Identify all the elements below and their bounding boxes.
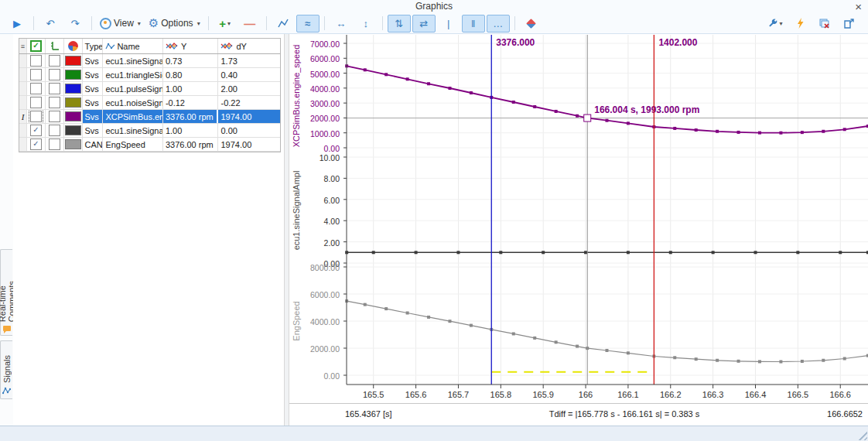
signal-color-swatch[interactable] — [65, 97, 81, 108]
signal-color-swatch[interactable] — [65, 84, 81, 94]
signal-icon — [2, 387, 11, 395]
line-display-button[interactable] — [272, 15, 295, 32]
export-button[interactable] — [838, 15, 861, 32]
column-header-name[interactable]: Name — [103, 39, 163, 53]
close-icon[interactable]: × — [855, 0, 862, 13]
own-axis-checkbox[interactable] — [49, 83, 60, 94]
own-axis-checkbox[interactable] — [49, 69, 60, 80]
signal-dy-value-cell: 2.00 — [218, 82, 280, 95]
measure-y-icon: ⇅ — [395, 18, 403, 29]
show-signal-checkbox[interactable] — [30, 83, 42, 94]
undo-button[interactable]: ↶ — [39, 15, 62, 32]
data-point-marker — [584, 251, 587, 254]
measure-x-button[interactable]: ⇄ — [412, 15, 436, 32]
signal-color-swatch[interactable] — [65, 139, 81, 149]
column-header-dy[interactable]: dY — [218, 39, 280, 53]
show-signal-checkbox[interactable] — [30, 97, 42, 108]
chevron-down-icon: ▾ — [779, 20, 782, 27]
menu-icon[interactable]: ≡ — [19, 39, 27, 53]
signal-y-value-cell: 1.00 — [163, 82, 219, 95]
options-menu-button[interactable]: ⚙ Options ▾ — [145, 15, 203, 32]
fit-y-button[interactable]: ↕ — [354, 15, 378, 32]
tab-realtime-comments[interactable]: Real-time Comments — [0, 249, 12, 336]
clear-button[interactable] — [813, 15, 836, 32]
own-axis-checkbox[interactable] — [49, 55, 60, 67]
redo-icon: ↷ — [71, 18, 80, 29]
signal-color-swatch[interactable] — [65, 56, 81, 66]
column-header-y[interactable]: Y — [163, 39, 219, 53]
data-point-marker — [364, 303, 367, 306]
signal-type-cell: Svs — [83, 110, 104, 123]
data-point-marker — [695, 128, 698, 132]
panel-splitter[interactable] — [284, 34, 289, 426]
data-point-marker — [716, 130, 719, 133]
eye-icon — [100, 18, 111, 29]
data-point-marker — [843, 128, 846, 131]
more-measure-button[interactable]: … — [487, 15, 510, 32]
show-all-checkbox[interactable]: ✓ — [30, 40, 42, 52]
double-cursor-button[interactable]: ‖ — [462, 15, 485, 32]
signal-row[interactable]: Svsecu1.noiseSignal-0.12-0.22 — [19, 96, 280, 110]
signal-name-cell: ecu1.sineSignalAmpl — [103, 124, 163, 137]
resize-grip[interactable] — [856, 429, 867, 440]
y-axis-title-ecu1.sineSignalAmpl: ecu1.sineSignalAmpl — [292, 170, 301, 250]
own-axis-checkbox[interactable] — [49, 97, 60, 108]
y-tick-label: 8000.00 — [289, 263, 340, 272]
own-axis-checkbox[interactable] — [49, 125, 60, 136]
remove-signal-button[interactable]: — — [238, 15, 261, 32]
show-signal-checkbox[interactable]: ✓ — [30, 138, 42, 150]
toolbar-separator — [266, 16, 267, 30]
data-point-marker — [555, 340, 558, 344]
show-signal-cell — [27, 54, 46, 67]
show-signal-checkbox[interactable]: ✓ — [30, 125, 42, 136]
view-menu-button[interactable]: View ▾ — [97, 15, 144, 32]
y-tick-label: 10.00 — [289, 153, 340, 162]
data-point-marker — [499, 251, 502, 254]
signal-color-cell — [64, 54, 83, 67]
column-header-y-label: Y — [181, 39, 186, 53]
own-axis-cell — [46, 82, 64, 95]
own-axis-checkbox[interactable] — [49, 111, 60, 122]
add-signal-button[interactable]: + ▾ — [214, 15, 237, 32]
row-header-cell — [19, 82, 27, 95]
own-axis-cell — [46, 110, 64, 123]
signal-row[interactable]: ✓CAN 1EngSpeed3376.00 rpm1974.00 — [19, 138, 280, 152]
signal-row[interactable]: ✓Svsecu1.sineSignalAmpl1.000.00 — [19, 124, 280, 138]
fit-y-icon: ↕ — [363, 18, 368, 29]
signal-color-cell — [64, 138, 83, 151]
signal-row[interactable]: ISvsXCPSimBus.engine_speed3376.00 rpm197… — [19, 110, 280, 124]
single-cursor-button[interactable]: | — [437, 15, 460, 32]
signal-color-swatch[interactable] — [65, 70, 81, 80]
data-point-marker — [427, 316, 430, 319]
signal-color-swatch[interactable] — [65, 111, 81, 121]
fit-x-button[interactable]: ↔ — [330, 15, 353, 32]
row-header-cell — [19, 124, 27, 137]
data-point-marker — [779, 361, 782, 364]
trigger-button[interactable] — [788, 15, 812, 32]
show-signal-checkbox[interactable] — [30, 111, 42, 122]
eraser-button[interactable] — [520, 15, 543, 32]
own-axis-cell — [46, 54, 64, 67]
eraser-icon — [526, 19, 536, 29]
show-signal-checkbox[interactable] — [30, 55, 42, 67]
column-header-type[interactable]: Type — [83, 39, 104, 53]
signal-row[interactable]: Svsecu1.sineSignal0.731.73 — [19, 54, 280, 68]
spline-display-button[interactable]: ≈ — [296, 15, 320, 32]
plot-area[interactable]: 166.004 s, 1993.000 rpm3376.0001402.0001… — [343, 35, 868, 403]
signal-row[interactable]: Svsecu1.pulseSignal1.002.00 — [19, 82, 280, 96]
configuration-button[interactable]: ▾ — [764, 15, 787, 32]
tdiff-readout: Tdiff = |165.778 s - 166.161 s| = 0.383 … — [549, 409, 699, 419]
show-signal-checkbox[interactable] — [30, 69, 42, 80]
own-axis-checkbox[interactable] — [49, 138, 60, 150]
signal-name-cell: ecu1.noiseSignal — [103, 96, 163, 109]
tab-signals[interactable]: Signals — [0, 340, 12, 399]
data-point-marker — [372, 251, 375, 254]
redo-button[interactable]: ↷ — [63, 15, 87, 32]
signal-color-swatch[interactable] — [65, 125, 81, 135]
signal-dy-value-cell: -0.22 — [218, 96, 280, 109]
data-point-marker — [779, 132, 782, 135]
signal-row[interactable]: Svsecu1.triangleSignal0.800.40 — [19, 68, 280, 82]
measure-y-button[interactable]: ⇅ — [388, 15, 411, 32]
start-button[interactable]: ▶ — [5, 15, 29, 32]
side-tab-strip: Real-time Comments Signals — [0, 34, 13, 426]
